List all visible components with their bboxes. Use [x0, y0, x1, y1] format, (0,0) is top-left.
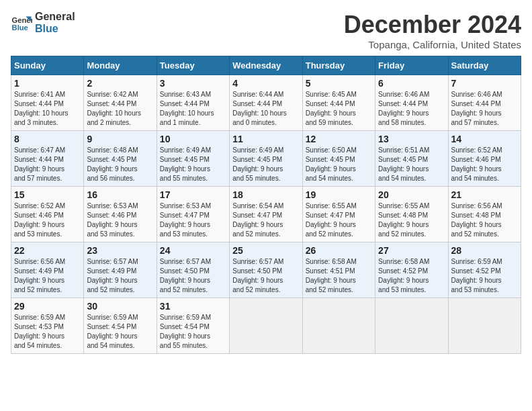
day-number: 12	[306, 134, 372, 144]
day-number: 23	[87, 245, 153, 256]
day-info: Sunrise: 6:47 AM Sunset: 4:44 PM Dayligh…	[14, 146, 81, 183]
calendar-cell: 10Sunrise: 6:49 AM Sunset: 4:45 PM Dayli…	[157, 131, 229, 187]
logo: General Blue General Blue	[11, 11, 75, 34]
calendar-week-row: 29Sunrise: 6:59 AM Sunset: 4:53 PM Dayli…	[11, 298, 521, 354]
calendar-cell: 21Sunrise: 6:56 AM Sunset: 4:48 PM Dayli…	[448, 187, 521, 242]
day-info: Sunrise: 6:53 AM Sunset: 4:46 PM Dayligh…	[87, 201, 153, 239]
day-info: Sunrise: 6:59 AM Sunset: 4:54 PM Dayligh…	[160, 313, 226, 351]
day-info: Sunrise: 6:55 AM Sunset: 4:47 PM Dayligh…	[306, 201, 372, 239]
day-info: Sunrise: 6:46 AM Sunset: 4:44 PM Dayligh…	[451, 90, 518, 128]
calendar-cell	[230, 298, 302, 354]
day-info: Sunrise: 6:57 AM Sunset: 4:50 PM Dayligh…	[160, 257, 226, 295]
svg-text:Blue: Blue	[12, 24, 28, 32]
calendar-cell: 12Sunrise: 6:50 AM Sunset: 4:45 PM Dayli…	[302, 131, 375, 187]
day-number: 27	[378, 245, 445, 256]
calendar-cell: 3Sunrise: 6:43 AM Sunset: 4:44 PM Daylig…	[157, 75, 229, 131]
day-number: 25	[232, 245, 299, 256]
calendar-cell	[302, 298, 375, 354]
day-info: Sunrise: 6:51 AM Sunset: 4:45 PM Dayligh…	[378, 146, 445, 183]
calendar-cell: 31Sunrise: 6:59 AM Sunset: 4:54 PM Dayli…	[157, 298, 229, 354]
calendar-cell: 2Sunrise: 6:42 AM Sunset: 4:44 PM Daylig…	[84, 75, 157, 131]
calendar-body: 1Sunrise: 6:41 AM Sunset: 4:44 PM Daylig…	[11, 75, 521, 354]
calendar-cell: 30Sunrise: 6:59 AM Sunset: 4:54 PM Dayli…	[84, 298, 157, 354]
calendar-cell: 14Sunrise: 6:52 AM Sunset: 4:46 PM Dayli…	[448, 131, 521, 187]
day-info: Sunrise: 6:48 AM Sunset: 4:45 PM Dayligh…	[87, 146, 153, 183]
day-number: 6	[378, 78, 445, 89]
weekday-header-cell: Thursday	[302, 56, 375, 75]
calendar-subtitle: Topanga, California, United States	[344, 39, 521, 50]
calendar-cell: 15Sunrise: 6:52 AM Sunset: 4:46 PM Dayli…	[11, 187, 84, 242]
calendar-week-row: 1Sunrise: 6:41 AM Sunset: 4:44 PM Daylig…	[11, 75, 521, 131]
day-info: Sunrise: 6:58 AM Sunset: 4:52 PM Dayligh…	[378, 257, 445, 295]
calendar-cell: 1Sunrise: 6:41 AM Sunset: 4:44 PM Daylig…	[11, 75, 84, 131]
calendar-cell: 29Sunrise: 6:59 AM Sunset: 4:53 PM Dayli…	[11, 298, 84, 354]
day-info: Sunrise: 6:58 AM Sunset: 4:51 PM Dayligh…	[306, 257, 372, 295]
logo-icon: General Blue	[11, 12, 32, 34]
calendar-title: December 2024	[344, 11, 521, 39]
day-info: Sunrise: 6:56 AM Sunset: 4:48 PM Dayligh…	[451, 201, 518, 239]
day-info: Sunrise: 6:44 AM Sunset: 4:44 PM Dayligh…	[232, 90, 299, 128]
day-info: Sunrise: 6:52 AM Sunset: 4:46 PM Dayligh…	[451, 146, 518, 183]
calendar-cell	[375, 298, 448, 354]
day-number: 21	[451, 189, 518, 200]
day-info: Sunrise: 6:59 AM Sunset: 4:53 PM Dayligh…	[14, 313, 81, 351]
day-info: Sunrise: 6:55 AM Sunset: 4:48 PM Dayligh…	[378, 201, 445, 239]
day-number: 15	[14, 189, 81, 200]
day-info: Sunrise: 6:59 AM Sunset: 4:52 PM Dayligh…	[451, 257, 518, 295]
day-number: 28	[451, 245, 518, 256]
day-info: Sunrise: 6:53 AM Sunset: 4:47 PM Dayligh…	[160, 201, 226, 239]
day-info: Sunrise: 6:56 AM Sunset: 4:49 PM Dayligh…	[14, 257, 81, 295]
day-number: 8	[14, 134, 81, 144]
day-info: Sunrise: 6:42 AM Sunset: 4:44 PM Dayligh…	[87, 90, 153, 128]
day-info: Sunrise: 6:54 AM Sunset: 4:47 PM Dayligh…	[232, 201, 299, 239]
day-number: 29	[14, 301, 81, 312]
day-number: 11	[232, 134, 299, 144]
calendar-cell: 11Sunrise: 6:49 AM Sunset: 4:45 PM Dayli…	[230, 131, 302, 187]
calendar-cell: 22Sunrise: 6:56 AM Sunset: 4:49 PM Dayli…	[11, 242, 84, 298]
day-info: Sunrise: 6:57 AM Sunset: 4:50 PM Dayligh…	[232, 257, 299, 295]
calendar-cell: 25Sunrise: 6:57 AM Sunset: 4:50 PM Dayli…	[230, 242, 302, 298]
day-info: Sunrise: 6:45 AM Sunset: 4:44 PM Dayligh…	[306, 90, 372, 128]
day-number: 4	[232, 78, 299, 89]
calendar-cell: 6Sunrise: 6:46 AM Sunset: 4:44 PM Daylig…	[375, 75, 448, 131]
page-header: General Blue General Blue December 2024 …	[11, 11, 521, 50]
calendar-cell: 7Sunrise: 6:46 AM Sunset: 4:44 PM Daylig…	[448, 75, 521, 131]
day-number: 19	[306, 189, 372, 200]
calendar-week-row: 22Sunrise: 6:56 AM Sunset: 4:49 PM Dayli…	[11, 242, 521, 298]
calendar-week-row: 8Sunrise: 6:47 AM Sunset: 4:44 PM Daylig…	[11, 131, 521, 187]
day-number: 13	[378, 134, 445, 144]
calendar-cell: 20Sunrise: 6:55 AM Sunset: 4:48 PM Dayli…	[375, 187, 448, 242]
day-number: 24	[160, 245, 226, 256]
day-number: 16	[87, 189, 153, 200]
day-info: Sunrise: 6:52 AM Sunset: 4:46 PM Dayligh…	[14, 201, 81, 239]
day-number: 20	[378, 189, 445, 200]
day-number: 2	[87, 78, 153, 89]
calendar-cell: 4Sunrise: 6:44 AM Sunset: 4:44 PM Daylig…	[230, 75, 302, 131]
day-info: Sunrise: 6:43 AM Sunset: 4:44 PM Dayligh…	[160, 90, 226, 128]
calendar-cell: 24Sunrise: 6:57 AM Sunset: 4:50 PM Dayli…	[157, 242, 229, 298]
day-number: 17	[160, 189, 226, 200]
day-info: Sunrise: 6:57 AM Sunset: 4:49 PM Dayligh…	[87, 257, 153, 295]
day-info: Sunrise: 6:50 AM Sunset: 4:45 PM Dayligh…	[306, 146, 372, 183]
calendar-cell: 8Sunrise: 6:47 AM Sunset: 4:44 PM Daylig…	[11, 131, 84, 187]
calendar-cell: 18Sunrise: 6:54 AM Sunset: 4:47 PM Dayli…	[230, 187, 302, 242]
calendar-cell: 26Sunrise: 6:58 AM Sunset: 4:51 PM Dayli…	[302, 242, 375, 298]
weekday-header-cell: Friday	[375, 56, 448, 75]
day-number: 3	[160, 78, 226, 89]
day-number: 5	[306, 78, 372, 89]
calendar-cell: 5Sunrise: 6:45 AM Sunset: 4:44 PM Daylig…	[302, 75, 375, 131]
day-number: 22	[14, 245, 81, 256]
day-number: 9	[87, 134, 153, 144]
day-number: 1	[14, 78, 81, 89]
calendar-table: SundayMondayTuesdayWednesdayThursdayFrid…	[11, 56, 521, 354]
day-number: 7	[451, 78, 518, 89]
calendar-cell: 17Sunrise: 6:53 AM Sunset: 4:47 PM Dayli…	[157, 187, 229, 242]
day-info: Sunrise: 6:59 AM Sunset: 4:54 PM Dayligh…	[87, 313, 153, 351]
logo-line1: General	[35, 11, 75, 23]
calendar-cell: 19Sunrise: 6:55 AM Sunset: 4:47 PM Dayli…	[302, 187, 375, 242]
calendar-cell	[448, 298, 521, 354]
weekday-header-row: SundayMondayTuesdayWednesdayThursdayFrid…	[11, 56, 521, 75]
calendar-cell: 13Sunrise: 6:51 AM Sunset: 4:45 PM Dayli…	[375, 131, 448, 187]
day-info: Sunrise: 6:46 AM Sunset: 4:44 PM Dayligh…	[378, 90, 445, 128]
calendar-cell: 9Sunrise: 6:48 AM Sunset: 4:45 PM Daylig…	[84, 131, 157, 187]
